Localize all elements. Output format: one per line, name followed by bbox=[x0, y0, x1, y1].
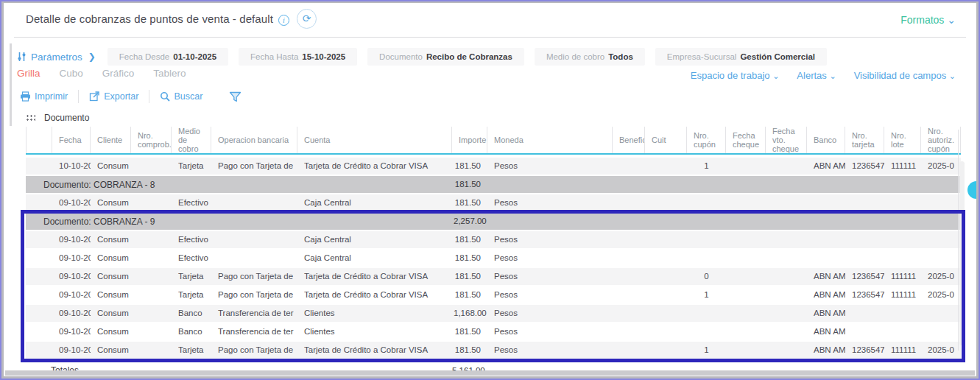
link-visibilidad-de-campos[interactable]: Visibilidad de campos ⌄ bbox=[854, 70, 956, 81]
filter-button[interactable] bbox=[213, 91, 252, 102]
column-header-cuenta[interactable]: Cuenta bbox=[297, 127, 452, 153]
cell-operacion: Transferencia de ter bbox=[211, 323, 297, 340]
cell-nro_autoriz: 2025-0 bbox=[921, 342, 961, 359]
cell-banco: ABN AM bbox=[807, 286, 845, 303]
cell-moneda: Pesos bbox=[487, 286, 613, 303]
refresh-button[interactable]: ⟳ bbox=[297, 9, 317, 29]
column-header-nro_tarjeta[interactable]: Nro. tarjeta bbox=[845, 127, 884, 153]
column-header-importe[interactable]: Importe bbox=[452, 127, 487, 153]
link-alertas[interactable]: Alertas ⌄ bbox=[797, 70, 836, 81]
cell-sel bbox=[26, 231, 52, 248]
cell-fecha_cheque bbox=[726, 268, 766, 285]
cell-beneficia bbox=[613, 286, 645, 303]
table-row[interactable]: 09-10-20ConsumTarjetaPago con Tarjeta de… bbox=[26, 342, 961, 359]
param-chip-4[interactable]: Empresa-SucursalGestión Comercial bbox=[655, 48, 827, 66]
cell-nro_cupon bbox=[687, 323, 726, 340]
cell-operacion bbox=[211, 250, 297, 267]
tab-cubo[interactable]: Cubo bbox=[60, 68, 83, 79]
table-row[interactable]: 09-10-20ConsumTarjetaPago con Tarjeta de… bbox=[26, 268, 961, 285]
cell-cliente: Consum bbox=[91, 268, 131, 285]
group-row-subtotal: 181.50 bbox=[452, 176, 487, 193]
link-label: Alertas bbox=[797, 70, 826, 81]
grid-header-row: FechaClienteNro. comprob.Medio de cobroO… bbox=[26, 127, 961, 155]
column-header-cliente[interactable]: Cliente bbox=[91, 127, 131, 153]
table-row[interactable]: 09-10-20ConsumEfectivoCaja Central181.50… bbox=[26, 231, 961, 248]
tab-grilla[interactable]: Grilla bbox=[17, 68, 40, 79]
column-header-cuit[interactable]: Cuit bbox=[645, 127, 687, 153]
column-header-banco[interactable]: Banco bbox=[807, 127, 845, 153]
vertical-scrollbar[interactable] bbox=[959, 161, 965, 345]
cell-nro_tarjeta bbox=[845, 250, 884, 267]
table-row[interactable]: 09-10-20ConsumBancoTransferencia de terC… bbox=[26, 305, 961, 322]
tab-gráfico[interactable]: Gráfico bbox=[102, 68, 135, 79]
table-row[interactable]: 09-10-20ConsumTarjetaPago con Tarjeta de… bbox=[26, 286, 961, 303]
param-label: Empresa-Sucursal bbox=[667, 52, 737, 61]
cell-cuit bbox=[645, 250, 687, 267]
cell-cuenta: Clientes bbox=[297, 305, 452, 322]
param-chip-0[interactable]: Fecha Desde01-10-2025 bbox=[107, 48, 228, 66]
export-button[interactable]: Exportar bbox=[79, 91, 149, 102]
cell-cliente: Consum bbox=[91, 158, 131, 175]
report-panel: Detalle de cobranzas de puntos de venta … bbox=[1, 1, 979, 379]
cell-medio: Efectivo bbox=[172, 194, 211, 211]
print-button[interactable]: Imprimir bbox=[17, 91, 78, 102]
column-header-nro_cupon[interactable]: Nro. cupón bbox=[687, 127, 726, 153]
table-row[interactable]: 09-10-20ConsumEfectivoCaja Central181.50… bbox=[26, 194, 961, 211]
cell-nro_cupon: 1 bbox=[687, 342, 726, 359]
cell-nro_tarjeta: 1236547 bbox=[845, 342, 884, 359]
param-chip-2[interactable]: DocumentoRecibo de Cobranzas bbox=[367, 48, 524, 66]
table-row[interactable]: 09-10-20ConsumEfectivoCaja Central181.50… bbox=[26, 250, 961, 267]
cell-medio: Banco bbox=[172, 305, 211, 322]
cell-sel bbox=[26, 323, 52, 340]
tab-tablero[interactable]: Tablero bbox=[153, 68, 186, 79]
groupby-chip[interactable]: Documento bbox=[26, 111, 89, 124]
cell-nro_lote bbox=[884, 250, 921, 267]
column-header-fecha_vto[interactable]: Fecha vto. cheque bbox=[766, 127, 807, 153]
param-value: Gestión Comercial bbox=[740, 52, 815, 61]
cell-banco bbox=[807, 194, 845, 211]
cell-cliente: Consum bbox=[91, 305, 131, 322]
param-chip-3[interactable]: Medio de cobroTodos bbox=[535, 48, 645, 66]
column-header-fecha_cheque[interactable]: Fecha cheque bbox=[726, 127, 766, 153]
param-chip-1[interactable]: Fecha Hasta15-10-2025 bbox=[239, 48, 357, 66]
cell-beneficia bbox=[613, 323, 645, 340]
cell-cuenta: Tarjeta de Crédito a Cobrar VISA bbox=[297, 268, 452, 285]
cell-beneficia bbox=[613, 158, 645, 175]
group-row[interactable]: Documento: COBRANZA - 8181.50 bbox=[26, 176, 961, 193]
column-header-nro_autoriz[interactable]: Nro. autoriz. cupón bbox=[921, 127, 961, 153]
filter-funnel-icon bbox=[229, 91, 242, 102]
cell-nro_autoriz bbox=[921, 194, 961, 211]
horizontal-scrollbar[interactable] bbox=[5, 370, 975, 376]
link-espacio-de-trabajo[interactable]: Espacio de trabajo ⌄ bbox=[691, 70, 780, 81]
table-row[interactable]: 09-10-20ConsumBancoTransferencia de terC… bbox=[26, 323, 961, 340]
column-header-operacion[interactable]: Operacion bancaria bbox=[211, 127, 297, 153]
column-header-beneficia[interactable]: Beneficiario bbox=[613, 127, 645, 153]
parameters-toggle[interactable]: Parámetros ❯ bbox=[17, 52, 96, 63]
cell-nro_cupon bbox=[687, 194, 726, 211]
group-row[interactable]: Documento: COBRANZA - 92,257.00 bbox=[26, 213, 961, 230]
column-header-nro_comprob[interactable]: Nro. comprob. bbox=[131, 127, 172, 153]
cell-nro_autoriz bbox=[921, 323, 961, 340]
info-icon[interactable]: i bbox=[278, 15, 289, 26]
column-header-nro_lote[interactable]: Nro. lote bbox=[884, 127, 921, 153]
column-header-fecha[interactable]: Fecha bbox=[52, 127, 91, 153]
cell-importe: 181.50 bbox=[452, 268, 487, 285]
cell-nro_cupon: 0 bbox=[687, 268, 726, 285]
cell-cuit bbox=[645, 231, 687, 248]
cell-banco: ABN AM bbox=[807, 305, 845, 322]
table-row[interactable]: 10-10-20ConsumTarjetaPago con Tarjeta de… bbox=[26, 158, 961, 175]
formatos-label: Formatos bbox=[900, 14, 944, 26]
column-header-medio[interactable]: Medio de cobro bbox=[172, 127, 211, 153]
printer-icon bbox=[20, 91, 31, 102]
cell-nro_autoriz bbox=[921, 305, 961, 322]
cell-sel bbox=[26, 194, 52, 211]
cell-cliente: Consum bbox=[91, 323, 131, 340]
page-title-text: Detalle de cobranzas de puntos de venta … bbox=[26, 13, 273, 25]
group-row-subtotal: 2,257.00 bbox=[452, 213, 487, 230]
formatos-dropdown[interactable]: Formatos ⌄ bbox=[900, 14, 956, 26]
cell-nro_tarjeta bbox=[845, 194, 884, 211]
search-button[interactable]: Buscar bbox=[149, 91, 213, 102]
side-panel-handle[interactable] bbox=[967, 181, 979, 199]
column-header-sel[interactable] bbox=[26, 127, 52, 153]
column-header-moneda[interactable]: Moneda bbox=[487, 127, 613, 153]
